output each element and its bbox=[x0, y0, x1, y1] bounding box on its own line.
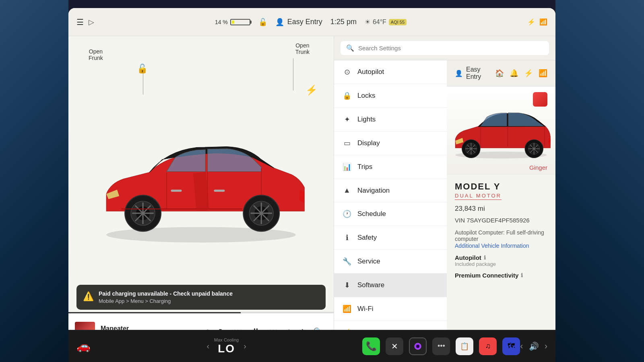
phone-app-icon[interactable]: 📞 bbox=[362, 337, 380, 355]
wifi-icon: 📶 bbox=[342, 304, 352, 313]
user-icon: 👤 bbox=[275, 18, 284, 27]
battery-bar bbox=[230, 19, 250, 25]
music-app-icon[interactable]: ♫ bbox=[479, 337, 497, 355]
warning-title: Paid charging unavailable - Check unpaid… bbox=[99, 290, 233, 297]
battery-indicator: 14 % bbox=[215, 19, 250, 25]
taskbar-car-icon[interactable]: 🚗 bbox=[76, 339, 91, 353]
connectivity-info-icon: ℹ bbox=[521, 272, 523, 278]
progress-bar[interactable] bbox=[68, 312, 334, 313]
settings-item-service[interactable]: 🔧 Service bbox=[334, 250, 447, 274]
profile-icon bbox=[533, 92, 547, 107]
settings-item-safety[interactable]: ℹ Safety bbox=[334, 226, 447, 250]
settings-label-service: Service bbox=[357, 257, 380, 265]
ginger-label: Ginger bbox=[529, 164, 547, 171]
shuffle-app-icon[interactable]: ✕ bbox=[386, 337, 403, 355]
header-icons: 🏠 🔔 ⚡ 📶 bbox=[495, 69, 547, 78]
easy-entry-header: 👤 Easy Entry bbox=[455, 66, 495, 80]
bluetooth-status-icon: ⚡ bbox=[527, 18, 535, 26]
status-bar: ☰ ▷ 14 % 🔓 👤 Easy Entry 1:25 pm ☀ 64°F A… bbox=[68, 8, 555, 36]
left-arrow-icon[interactable]: ‹ bbox=[520, 341, 523, 352]
car-model-image: Ginger bbox=[447, 86, 555, 175]
locks-icon: 🔒 bbox=[342, 91, 352, 100]
settings-label-trips: Trips bbox=[357, 163, 372, 171]
display-icon: ▭ bbox=[342, 139, 352, 148]
search-input[interactable] bbox=[358, 45, 543, 51]
warning-text: Paid charging unavailable - Check unpaid… bbox=[99, 290, 233, 304]
trips-icon: 📊 bbox=[342, 162, 352, 171]
temp-left-arrow[interactable]: ‹ bbox=[206, 341, 209, 351]
software-icon: ⬇ bbox=[342, 281, 352, 290]
aqi-badge: AQI 55 bbox=[389, 19, 407, 25]
vin-label: VIN bbox=[455, 217, 465, 224]
car-image-area bbox=[80, 68, 322, 294]
settings-navigation: ⊙ Autopilot 🔒 Locks ✦ Lights ▭ Display bbox=[334, 60, 447, 350]
battery-percent: 14 % bbox=[215, 19, 228, 25]
warning-banner: ⚠️ Paid charging unavailable - Check unp… bbox=[76, 285, 326, 310]
camera-icon bbox=[413, 341, 423, 351]
calendar-app-icon[interactable]: 📋 bbox=[456, 337, 473, 355]
warning-icon: ⚠️ bbox=[83, 291, 94, 302]
settings-item-lights[interactable]: ✦ Lights bbox=[334, 108, 447, 132]
temp-control: Max Cooling LO bbox=[214, 337, 239, 355]
charging-icon: ⚡ bbox=[305, 84, 318, 96]
settings-item-software[interactable]: ⬇ Software bbox=[334, 274, 447, 297]
temp-value[interactable]: LO bbox=[214, 342, 239, 355]
temp-right-arrow[interactable]: › bbox=[244, 341, 246, 351]
nav-app-icon[interactable]: 🗺 bbox=[502, 337, 520, 355]
battery-fill bbox=[232, 21, 234, 24]
search-bar-container: 🔍 bbox=[334, 36, 555, 60]
status-bar-right: ⚡ 📶 bbox=[527, 18, 547, 26]
main-content: Open Frunk 🔓 Open Trunk bbox=[68, 36, 555, 350]
open-trunk-label[interactable]: Open Trunk bbox=[295, 42, 310, 55]
model-subtitle: DUAL MOTOR bbox=[455, 193, 502, 200]
settings-item-locks[interactable]: 🔒 Locks bbox=[334, 84, 447, 108]
time-display: 1:25 pm bbox=[330, 18, 357, 26]
search-input-wrapper[interactable]: 🔍 bbox=[341, 41, 549, 55]
camera-app-icon[interactable] bbox=[409, 337, 427, 355]
autopilot-computer-section: Autopilot Computer: Full self-driving co… bbox=[455, 229, 547, 249]
signal-header-icon: 📶 bbox=[539, 69, 547, 78]
menu-icon[interactable]: ☰ bbox=[76, 17, 84, 27]
taskbar-center: ‹ Max Cooling LO › bbox=[91, 337, 362, 355]
weather-display: ☀ 64°F AQI 55 bbox=[365, 18, 407, 26]
additional-info-link[interactable]: Additional Vehicle Information bbox=[455, 243, 529, 249]
settings-item-wifi[interactable]: 📶 Wi-Fi bbox=[334, 297, 447, 321]
settings-item-autopilot[interactable]: ⊙ Autopilot bbox=[334, 60, 447, 84]
taskbar-right: ‹ 🔊 › bbox=[520, 341, 547, 352]
user-label: Easy Entry bbox=[287, 18, 322, 26]
settings-item-navigation[interactable]: ▲ Navigation bbox=[334, 179, 447, 202]
more-apps-icon[interactable]: ••• bbox=[432, 337, 450, 355]
svg-rect-5 bbox=[214, 189, 225, 191]
autopilot-computer-label: Autopilot Computer: Full self-driving co… bbox=[455, 229, 547, 242]
right-arrow-icon[interactable]: › bbox=[545, 341, 547, 352]
media-icon: ▷ bbox=[89, 18, 94, 27]
safety-icon: ℹ bbox=[342, 233, 352, 242]
settings-label-wifi: Wi-Fi bbox=[357, 305, 374, 313]
sun-icon: ☀ bbox=[365, 18, 370, 26]
open-frunk-label[interactable]: Open Frunk bbox=[89, 48, 103, 61]
volume-control[interactable]: 🔊 bbox=[529, 341, 539, 351]
svg-point-40 bbox=[416, 345, 419, 348]
bell-icon[interactable]: 🔔 bbox=[510, 69, 518, 78]
user-profile[interactable]: 👤 Easy Entry bbox=[275, 18, 322, 27]
vin-display: VIN 7SAYGDEF4PF585926 bbox=[455, 217, 547, 224]
autopilot-icon: ⊙ bbox=[342, 68, 352, 76]
volume-icon: 🔊 bbox=[529, 341, 539, 351]
settings-label-schedule: Schedule bbox=[357, 210, 386, 218]
main-screen: ☰ ▷ 14 % 🔓 👤 Easy Entry 1:25 pm ☀ 64°F A… bbox=[68, 8, 555, 350]
car-svg bbox=[80, 68, 322, 294]
connectivity-title: Premium Connectivity ℹ bbox=[455, 272, 547, 279]
settings-item-display[interactable]: ▭ Display bbox=[334, 132, 447, 155]
settings-label-display: Display bbox=[357, 139, 380, 147]
settings-label-safety: Safety bbox=[357, 234, 377, 242]
connectivity-section: Premium Connectivity ℹ bbox=[455, 272, 547, 279]
progress-fill bbox=[68, 312, 241, 313]
bluetooth-header-icon[interactable]: ⚡ bbox=[524, 69, 533, 78]
settings-item-trips[interactable]: 📊 Trips bbox=[334, 155, 447, 179]
right-content: 🔍 ⊙ Autopilot 🔒 Locks ✦ bbox=[334, 36, 555, 350]
settings-label-lights: Lights bbox=[357, 115, 376, 123]
warning-detail: Mobile App > Menu > Charging bbox=[99, 298, 233, 304]
settings-info-wrapper: ⊙ Autopilot 🔒 Locks ✦ Lights ▭ Display bbox=[334, 60, 555, 350]
lock-header-icon[interactable]: 🏠 bbox=[495, 69, 504, 78]
settings-item-schedule[interactable]: 🕐 Schedule bbox=[334, 202, 447, 226]
